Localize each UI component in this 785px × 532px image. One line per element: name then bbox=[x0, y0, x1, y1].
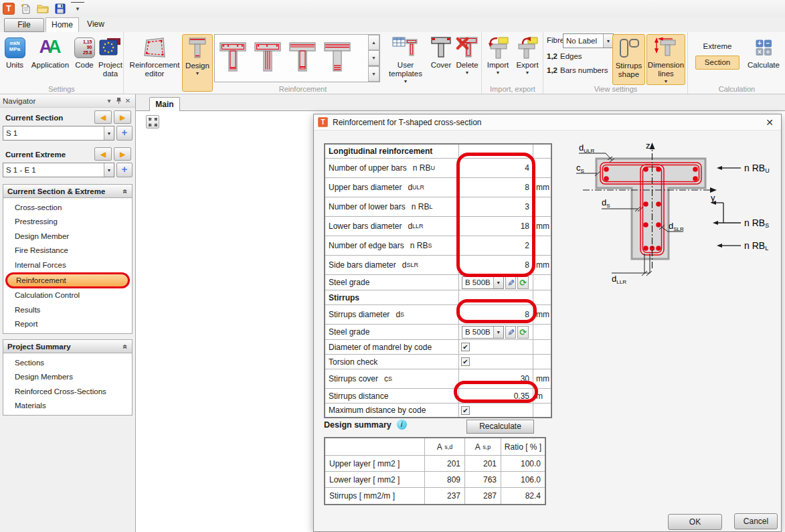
nav-item-reinforced-cross-sections[interactable]: Reinforced Cross-Sections bbox=[3, 384, 132, 399]
nav-item-prestressing[interactable]: Prestressing bbox=[3, 215, 132, 230]
tab-file[interactable]: File bbox=[4, 18, 44, 32]
calculate-button[interactable]: + − × ÷ Calculate bbox=[744, 34, 784, 70]
reinforcement-editor-button[interactable]: Reinforcement editor bbox=[127, 34, 182, 78]
stirrups-shape-icon bbox=[618, 36, 640, 60]
nav-item-report[interactable]: Report bbox=[3, 317, 132, 332]
dialog-titlebar[interactable]: T Reinforcement for T-shaped cross-secti… bbox=[314, 114, 781, 130]
dialog-close-icon[interactable]: ✕ bbox=[762, 117, 777, 128]
tab-main[interactable]: Main bbox=[149, 97, 180, 111]
gallery-expand-icon[interactable]: ▼ bbox=[368, 66, 379, 82]
nav-item-fire-resistance[interactable]: Fire Resistance bbox=[3, 244, 132, 258]
group-view-settings-label: View settings bbox=[544, 85, 687, 93]
template-t4-icon[interactable] bbox=[322, 39, 353, 78]
navigator-menu-icon[interactable]: ▾ bbox=[104, 97, 114, 104]
fibre-caret-icon[interactable]: ▼ bbox=[603, 34, 613, 48]
gallery-up-icon[interactable]: ▲ bbox=[368, 35, 379, 50]
user-templates-button[interactable]: User templates ▼ bbox=[384, 34, 427, 84]
template-t1-icon[interactable] bbox=[217, 39, 248, 78]
qat-menu-icon[interactable]: ▼ bbox=[71, 2, 84, 15]
save-icon[interactable] bbox=[54, 2, 67, 15]
export-button[interactable]: Export ▼ bbox=[513, 34, 541, 76]
application-button[interactable]: AA Application bbox=[29, 34, 71, 70]
current-extreme-select[interactable]: S 1 - E 1 ▼ bbox=[3, 163, 114, 177]
template-t2-icon[interactable] bbox=[252, 39, 283, 78]
stirrups-cover-input[interactable]: 30 bbox=[459, 369, 533, 388]
current-extreme-caret-icon[interactable]: ▼ bbox=[104, 163, 114, 177]
add-extreme-button[interactable]: + bbox=[116, 163, 133, 177]
steel-grade-caret-icon[interactable]: ▼ bbox=[493, 277, 503, 288]
nav-item-sections[interactable]: Sections bbox=[3, 355, 132, 370]
dimension-lines-button[interactable]: Dimension lines ▼ bbox=[646, 34, 685, 85]
section-extreme-group-header[interactable]: Current Section & Extreme « bbox=[3, 184, 133, 198]
project-data-button[interactable]: Project data bbox=[98, 34, 123, 78]
nav-item-cross-section[interactable]: Cross-section bbox=[3, 200, 132, 215]
recalculate-button[interactable]: Recalculate bbox=[466, 420, 534, 434]
fibre-select[interactable]: No Label ▼ bbox=[563, 33, 614, 48]
section-button[interactable]: Section bbox=[695, 56, 739, 70]
collapse-icon-2[interactable]: « bbox=[121, 344, 130, 349]
nav-item-reinforcement[interactable]: Reinforcement bbox=[5, 272, 130, 288]
edit-stirrups-steel-grade-button[interactable]: ✎ bbox=[505, 326, 517, 339]
group-reinforcement-label: Reinforcement bbox=[124, 85, 481, 93]
template-t3-icon[interactable] bbox=[287, 39, 318, 78]
stirrups-shape-button[interactable]: Stirrups shape bbox=[612, 34, 645, 85]
stirrups-diameter-input[interactable]: 8 bbox=[459, 305, 533, 324]
upper-bars-diameter-input[interactable]: 8 bbox=[459, 178, 533, 197]
nav-item-internal-forces[interactable]: Internal Forces bbox=[3, 258, 132, 272]
delete-caret-icon: ▼ bbox=[465, 70, 470, 76]
gallery-down-icon[interactable]: ▼ bbox=[368, 50, 379, 66]
stirrups-steel-grade-caret-icon[interactable]: ▼ bbox=[493, 327, 503, 338]
lower-bars-count-input[interactable]: 3 bbox=[459, 197, 533, 216]
stirrups-distance-input[interactable]: 0.35 bbox=[459, 389, 533, 403]
prev-section-button[interactable]: ◀ bbox=[94, 110, 112, 124]
cancel-button[interactable]: Cancel bbox=[734, 513, 778, 529]
torsion-check-checkbox[interactable]: ✔ bbox=[461, 357, 470, 366]
current-section-select[interactable]: S 1 ▼ bbox=[3, 126, 114, 141]
prev-extreme-button[interactable]: ◀ bbox=[94, 147, 112, 161]
edge-bars-count-input[interactable]: 2 bbox=[459, 236, 533, 255]
refresh-steel-grade-button[interactable]: ⟳ bbox=[517, 276, 529, 289]
open-folder-icon[interactable] bbox=[36, 2, 50, 15]
nav-item-design-members[interactable]: Design Members bbox=[3, 370, 132, 385]
edit-steel-grade-button[interactable]: ✎ bbox=[505, 276, 517, 289]
project-summary-group-header[interactable]: Project Summary « bbox=[3, 339, 133, 353]
zoom-fit-button[interactable] bbox=[146, 115, 159, 128]
info-icon[interactable]: i bbox=[397, 420, 407, 430]
row-label: Stirrups [ mm2/m ] bbox=[325, 488, 425, 504]
stirrups-steel-grade-select[interactable]: B 500B▼ bbox=[462, 326, 504, 339]
nav-item-design-member[interactable]: Design Member bbox=[3, 229, 132, 244]
current-section-caret-icon[interactable]: ▼ bbox=[104, 126, 114, 140]
code-button[interactable]: 1,15 90 25.8 Code bbox=[72, 34, 96, 70]
new-file-icon[interactable] bbox=[19, 2, 32, 15]
add-section-button[interactable]: + bbox=[116, 126, 133, 141]
section-extreme-list: Cross-section Prestressing Design Member… bbox=[3, 198, 133, 334]
extreme-button[interactable]: Extreme bbox=[694, 42, 741, 50]
bars-numbers-toggle[interactable]: 1,2 Bars numbers bbox=[547, 66, 608, 74]
import-button[interactable]: Import ▼ bbox=[484, 34, 512, 76]
units-button[interactable]: mkN MPa Units bbox=[1, 34, 28, 70]
tab-home[interactable]: Home bbox=[46, 17, 79, 32]
next-extreme-button[interactable]: ▶ bbox=[114, 147, 131, 161]
cover-button[interactable]: Cover bbox=[429, 34, 453, 70]
refresh-stirrups-steel-grade-button[interactable]: ⟳ bbox=[517, 326, 529, 339]
navigator-close-icon[interactable]: ✕ bbox=[123, 97, 133, 104]
navigator-pin-icon[interactable] bbox=[114, 97, 123, 105]
collapse-icon[interactable]: « bbox=[121, 189, 130, 193]
nav-item-results[interactable]: Results bbox=[3, 302, 132, 317]
mandrel-by-code-checkbox[interactable]: ✔ bbox=[461, 343, 470, 351]
upper-bars-count-input[interactable]: 4 bbox=[459, 159, 533, 177]
nav-item-materials[interactable]: Materials bbox=[3, 399, 132, 414]
delete-button[interactable]: Delete ▼ bbox=[454, 34, 481, 76]
template-gallery[interactable]: ▲ ▼ ▼ bbox=[214, 34, 380, 82]
nav-item-calculation-control[interactable]: Calculation Control bbox=[3, 288, 132, 303]
steel-grade-select[interactable]: B 500B▼ bbox=[462, 276, 504, 289]
lower-bars-diameter-input[interactable]: 18 bbox=[459, 217, 533, 236]
max-distance-by-code-checkbox[interactable]: ✔ bbox=[461, 406, 470, 415]
next-section-button[interactable]: ▶ bbox=[114, 110, 131, 124]
edges-toggle[interactable]: 1,2 Edges bbox=[547, 52, 582, 60]
ok-button[interactable]: OK bbox=[668, 514, 722, 530]
side-bars-diameter-input[interactable]: 8 bbox=[459, 256, 533, 274]
design-button[interactable]: Design ▼ bbox=[182, 34, 213, 92]
tab-view[interactable]: View bbox=[80, 17, 111, 32]
edges-label: Edges bbox=[560, 52, 582, 60]
